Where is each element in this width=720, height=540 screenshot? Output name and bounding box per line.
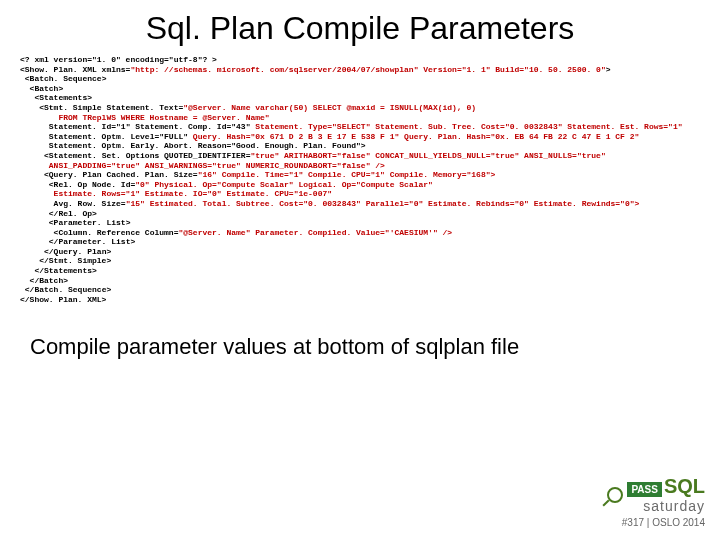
statements-open: <Statements> (20, 93, 92, 102)
queryplan-open: <Query. Plan Cached. Plan. Size="16" Com… (20, 170, 495, 179)
xml-declaration: <? xml version="1. 0" encoding="utf-8"? … (20, 55, 217, 64)
setoptions2: ANSI_PADDING="true" ANSI_WARNINGS="true"… (20, 161, 385, 170)
colref: <Column. Reference Column="@Server. Name… (20, 228, 452, 237)
showplan-close: </Show. Plan. XML> (20, 295, 106, 304)
batchseq-open: <Batch. Sequence> (20, 74, 106, 83)
sql-label: SQL (664, 475, 705, 497)
stmt-optm: Statement. Optm. Level="FULL" Query. Has… (20, 132, 639, 141)
stmt-ids: Statement. Id="1" Statement. Comp. Id="4… (20, 122, 683, 131)
paramlist-close: </Parameter. List> (20, 237, 135, 246)
event-code: #317 | OSLO 2014 (605, 517, 705, 528)
pass-badge: PASS (627, 482, 662, 497)
stmt-abort: Statement. Optm. Early. Abort. Reason="G… (20, 141, 366, 150)
batch-open: <Batch> (20, 84, 63, 93)
saturday-label: saturday (643, 498, 705, 514)
stmtsimple-line: <Stmt. Simple Statement. Text="@Server. … (20, 103, 476, 112)
avgrow: Avg. Row. Size="15" Estimated. Total. Su… (20, 199, 639, 208)
event-logo: PASSSQL saturday #317 | OSLO 2014 (605, 477, 705, 528)
stmt-text-cont: FROM TReplWS WHERE Hostname = @Server. N… (20, 113, 270, 122)
relop-open: <Rel. Op Node. Id="0" Physical. Op="Comp… (20, 180, 433, 189)
relop-close: </Rel. Op> (20, 209, 97, 218)
stmtsimple-close: </Stmt. Simple> (20, 256, 111, 265)
batchseq-close: </Batch. Sequence> (20, 285, 111, 294)
paramlist-open: <Parameter. List> (20, 218, 130, 227)
batch-close: </Batch> (20, 276, 68, 285)
slide-title: Sql. Plan Compile Parameters (0, 10, 720, 47)
queryplan-close: </Query. Plan> (20, 247, 111, 256)
xml-code-block: <? xml version="1. 0" encoding="utf-8"? … (0, 55, 720, 304)
footer-note: Compile parameter values at bottom of sq… (30, 334, 720, 360)
showplan-open: <Show. Plan. XML xmlns="http: //schemas.… (20, 65, 611, 74)
statements-close: </Statements> (20, 266, 97, 275)
magnifier-icon (605, 487, 623, 505)
estimates: Estimate. Rows="1" Estimate. IO="0" Esti… (20, 189, 332, 198)
setoptions: <Statement. Set. Options QUOTED_IDENTIFI… (20, 151, 606, 160)
